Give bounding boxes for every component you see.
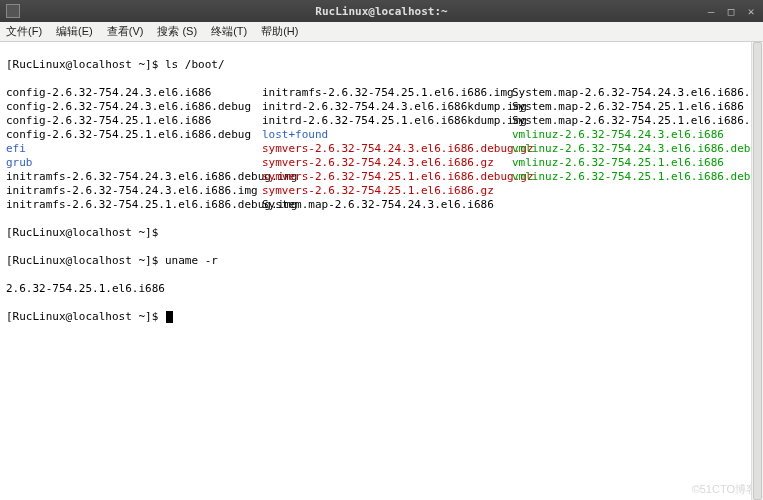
ls-entry: vmlinuz-2.6.32-754.24.3.el6.i686 bbox=[512, 128, 724, 142]
maximize-button[interactable]: □ bbox=[725, 5, 737, 18]
ls-entry: symvers-2.6.32-754.24.3.el6.i686.gz bbox=[262, 156, 512, 170]
ls-entry: System.map-2.6.32-754.25.1.el6.i686 bbox=[512, 100, 744, 114]
prompt: [RucLinux@localhost ~]$ bbox=[6, 310, 165, 323]
prompt: [RucLinux@localhost ~]$ bbox=[6, 58, 165, 71]
ls-entry: System.map-2.6.32-754.24.3.el6.i686 bbox=[262, 198, 512, 212]
command-text: ls /boot/ bbox=[165, 58, 225, 71]
watermark: ©51CTO博客 bbox=[692, 482, 757, 496]
ls-entry: initramfs-2.6.32-754.24.3.el6.i686.img bbox=[6, 184, 262, 198]
scrollbar[interactable] bbox=[751, 42, 763, 500]
ls-entry: vmlinuz-2.6.32-754.24.3.el6.i686.debug bbox=[512, 142, 763, 156]
window-controls: — □ ✕ bbox=[705, 5, 757, 18]
ls-row: config-2.6.32-754.24.3.el6.i686.debugini… bbox=[6, 100, 757, 114]
prompt: [RucLinux@localhost ~]$ bbox=[6, 254, 165, 267]
menu-terminal[interactable]: 终端(T) bbox=[211, 24, 247, 39]
ls-entry: config-2.6.32-754.24.3.el6.i686 bbox=[6, 86, 262, 100]
ls-row: config-2.6.32-754.24.3.el6.i686initramfs… bbox=[6, 86, 757, 100]
scroll-thumb[interactable] bbox=[753, 42, 762, 500]
ls-entry: config-2.6.32-754.25.1.el6.i686.debug bbox=[6, 128, 262, 142]
ls-entry: System.map-2.6.32-754.24.3.el6.i686.debu… bbox=[512, 86, 763, 100]
ls-entry: vmlinuz-2.6.32-754.25.1.el6.i686.debug bbox=[512, 170, 763, 184]
ls-entry: System.map-2.6.32-754.25.1.el6.i686.debu… bbox=[512, 114, 763, 128]
ls-entry: vmlinuz-2.6.32-754.25.1.el6.i686 bbox=[512, 156, 724, 170]
ls-entry: symvers-2.6.32-754.25.1.el6.i686.gz bbox=[262, 184, 512, 198]
menu-search[interactable]: 搜索 (S) bbox=[157, 24, 197, 39]
ls-entry: initrd-2.6.32-754.25.1.el6.i686kdump.img bbox=[262, 114, 512, 128]
minimize-button[interactable]: — bbox=[705, 5, 717, 18]
ls-row: initramfs-2.6.32-754.24.3.el6.i686.imgsy… bbox=[6, 184, 757, 198]
ls-output: config-2.6.32-754.24.3.el6.i686initramfs… bbox=[6, 86, 757, 212]
close-button[interactable]: ✕ bbox=[745, 5, 757, 18]
ls-row: config-2.6.32-754.25.1.el6.i686initrd-2.… bbox=[6, 114, 757, 128]
ls-entry: initramfs-2.6.32-754.25.1.el6.i686.img bbox=[262, 86, 512, 100]
ls-entry: lost+found bbox=[262, 128, 512, 142]
cursor bbox=[166, 311, 173, 323]
prompt: [RucLinux@localhost ~]$ bbox=[6, 226, 165, 239]
ls-entry: initrd-2.6.32-754.24.3.el6.i686kdump.img bbox=[262, 100, 512, 114]
menu-edit[interactable]: 编辑(E) bbox=[56, 24, 93, 39]
ls-entry: grub bbox=[6, 156, 262, 170]
menu-help[interactable]: 帮助(H) bbox=[261, 24, 298, 39]
ls-entry: symvers-2.6.32-754.24.3.el6.i686.debug.g… bbox=[262, 142, 512, 156]
ls-row: config-2.6.32-754.25.1.el6.i686.debuglos… bbox=[6, 128, 757, 142]
ls-entry: initramfs-2.6.32-754.25.1.el6.i686.debug… bbox=[6, 198, 262, 212]
window-titlebar: RucLinux@localhost:~ — □ ✕ bbox=[0, 0, 763, 22]
ls-entry: symvers-2.6.32-754.25.1.el6.i686.debug.g… bbox=[262, 170, 512, 184]
menu-view[interactable]: 查看(V) bbox=[107, 24, 144, 39]
menu-file[interactable]: 文件(F) bbox=[6, 24, 42, 39]
ls-entry: initramfs-2.6.32-754.24.3.el6.i686.debug… bbox=[6, 170, 262, 184]
terminal-area[interactable]: [RucLinux@localhost ~]$ ls /boot/ config… bbox=[0, 42, 763, 500]
ls-row: efisymvers-2.6.32-754.24.3.el6.i686.debu… bbox=[6, 142, 757, 156]
ls-row: initramfs-2.6.32-754.25.1.el6.i686.debug… bbox=[6, 198, 757, 212]
ls-entry: efi bbox=[6, 142, 262, 156]
command-text: uname -r bbox=[165, 254, 218, 267]
ls-entry: config-2.6.32-754.24.3.el6.i686.debug bbox=[6, 100, 262, 114]
terminal-icon bbox=[6, 4, 20, 18]
ls-entry: config-2.6.32-754.25.1.el6.i686 bbox=[6, 114, 262, 128]
window-title: RucLinux@localhost:~ bbox=[315, 5, 447, 18]
ls-row: grubsymvers-2.6.32-754.24.3.el6.i686.gzv… bbox=[6, 156, 757, 170]
ls-row: initramfs-2.6.32-754.24.3.el6.i686.debug… bbox=[6, 170, 757, 184]
uname-output: 2.6.32-754.25.1.el6.i686 bbox=[6, 282, 165, 295]
menubar: 文件(F) 编辑(E) 查看(V) 搜索 (S) 终端(T) 帮助(H) bbox=[0, 22, 763, 42]
